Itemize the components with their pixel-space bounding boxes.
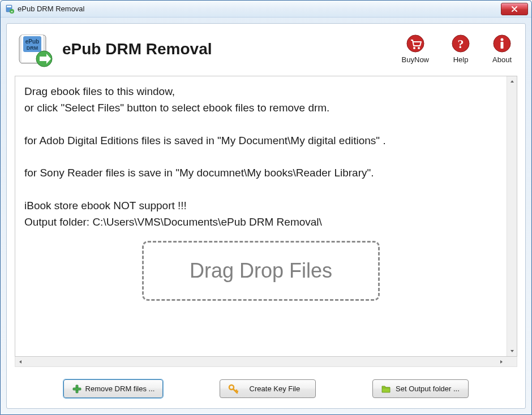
- header: ePub DRM ePub DRM Removal: [15, 29, 517, 69]
- instruction-line: for Sony Reader files is save in "My doc…: [24, 165, 497, 181]
- remove-drm-label: Remove DRM files ...: [85, 384, 155, 393]
- svg-point-11: [418, 47, 420, 49]
- window-title: ePub DRM Removal: [18, 5, 501, 13]
- toolbar: BuyNow ? Help: [402, 34, 517, 64]
- set-output-label: Set Output folder ...: [394, 384, 460, 393]
- help-icon: ?: [452, 34, 470, 53]
- buynow-button[interactable]: BuyNow: [402, 34, 429, 64]
- titlebar[interactable]: ePub DRM Removal: [1, 1, 531, 18]
- svg-text:DRM: DRM: [27, 45, 38, 51]
- svg-text:?: ?: [458, 37, 464, 51]
- set-output-button[interactable]: Set Output folder ...: [372, 379, 469, 398]
- button-bar: Remove DRM files ... Create Key File: [15, 379, 517, 398]
- logo-icon: ePub DRM: [15, 29, 54, 69]
- scroll-down-arrow-icon[interactable]: [507, 346, 517, 356]
- svg-rect-18: [501, 42, 504, 49]
- svg-point-17: [501, 38, 504, 41]
- instruction-line: or click "Select Files" button to select…: [24, 100, 497, 116]
- vertical-scrollbar[interactable]: [507, 76, 517, 356]
- svg-text:ePub: ePub: [25, 38, 39, 45]
- window-content: ePub DRM ePub DRM Removal: [6, 23, 526, 409]
- svg-rect-1: [7, 6, 11, 7]
- key-icon: [228, 384, 238, 394]
- content-wrap: Drag ebook files to this window, or clic…: [15, 76, 517, 367]
- drop-zone-label: Drag Drop Files: [190, 255, 332, 287]
- scroll-track[interactable]: [507, 87, 517, 346]
- instruction-line: Drag ebook files to this window,: [24, 83, 497, 100]
- cart-icon: [406, 34, 424, 53]
- create-key-button[interactable]: Create Key File: [220, 379, 316, 398]
- scrollbar-corner: [507, 357, 517, 366]
- about-label: About: [492, 55, 512, 64]
- scroll-right-arrow-icon[interactable]: [496, 357, 507, 366]
- scroll-left-arrow-icon[interactable]: [15, 357, 25, 366]
- app-window: ePub DRM Removal ePub DRM ePub: [0, 0, 532, 415]
- folder-icon: [381, 384, 391, 394]
- remove-drm-button[interactable]: Remove DRM files ...: [63, 379, 164, 398]
- app-icon: [5, 5, 14, 14]
- help-label: Help: [453, 55, 469, 64]
- horizontal-scrollbar[interactable]: [15, 357, 517, 367]
- close-button[interactable]: [501, 3, 528, 15]
- instructions-panel: Drag ebook files to this window, or clic…: [15, 76, 507, 356]
- page-title: ePub DRM Removal: [62, 40, 402, 58]
- about-button[interactable]: About: [492, 34, 512, 64]
- create-key-label: Create Key File: [242, 384, 307, 393]
- info-icon: [493, 34, 511, 53]
- scroll-up-arrow-icon[interactable]: [507, 76, 517, 87]
- instruction-line: Output folder: C:\Users\VMS\Documents\eP…: [24, 214, 497, 230]
- content-area[interactable]: Drag ebook files to this window, or clic…: [15, 76, 517, 357]
- instruction-line: for Adob Digital Editions files is saved…: [24, 132, 497, 149]
- instruction-line: iBook store ebook NOT support !!!: [24, 197, 497, 214]
- plus-icon: [72, 384, 82, 394]
- svg-rect-20: [73, 388, 81, 390]
- scroll-track[interactable]: [25, 357, 496, 366]
- drop-zone[interactable]: Drag Drop Files: [142, 241, 380, 301]
- svg-point-10: [413, 47, 415, 49]
- help-button[interactable]: ? Help: [452, 34, 470, 64]
- buynow-label: BuyNow: [402, 55, 429, 64]
